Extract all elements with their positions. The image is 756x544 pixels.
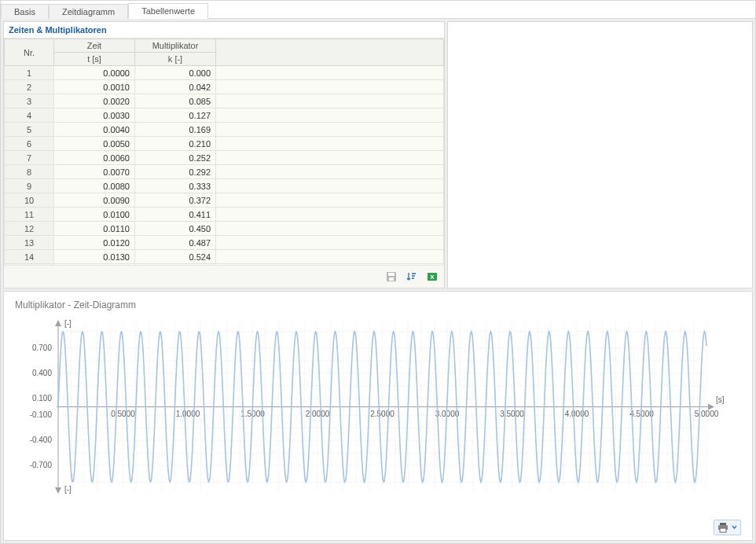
cell-spacer — [216, 80, 444, 94]
svg-text:0.5000: 0.5000 — [111, 410, 135, 418]
cell-time[interactable]: 0.0070 — [54, 165, 135, 179]
cell-mult[interactable]: 0.333 — [135, 179, 216, 193]
cell-spacer — [216, 236, 444, 250]
table-row[interactable]: 50.00400.169 — [5, 123, 444, 137]
table-row[interactable]: 10.00000.000 — [5, 66, 444, 80]
svg-text:3.5000: 3.5000 — [500, 410, 524, 418]
svg-rect-2 — [389, 278, 394, 281]
svg-rect-1 — [388, 273, 395, 276]
print-button[interactable] — [714, 520, 741, 535]
cell-mult[interactable]: 0.524 — [135, 250, 216, 264]
cell-mult[interactable]: 0.411 — [135, 208, 216, 222]
tab-basis[interactable]: Basis — [1, 4, 49, 19]
svg-text:0.100: 0.100 — [32, 394, 52, 402]
cell-nr[interactable]: 6 — [5, 137, 54, 151]
table-footer: X — [4, 265, 444, 288]
table-row[interactable]: 40.00300.127 — [5, 108, 444, 123]
svg-text:0.400: 0.400 — [32, 369, 52, 377]
cell-time[interactable]: 0.0000 — [54, 66, 135, 80]
cell-time[interactable]: 0.0080 — [54, 179, 135, 193]
cell-mult[interactable]: 0.085 — [135, 94, 216, 108]
table-row[interactable]: 100.00900.372 — [5, 193, 444, 208]
cell-nr[interactable]: 4 — [5, 108, 54, 123]
cell-time[interactable]: 0.0050 — [54, 137, 135, 151]
data-grid[interactable]: Nr. Zeit Multiplikator t [s] k [-] 10.00… — [4, 39, 444, 265]
table-row[interactable]: 130.01200.487 — [5, 236, 444, 250]
cell-nr[interactable]: 7 — [5, 151, 54, 165]
cell-spacer — [216, 222, 444, 236]
col-header-nr[interactable]: Nr. — [5, 39, 54, 66]
save-icon[interactable] — [383, 268, 400, 285]
cell-nr[interactable]: 1 — [5, 66, 54, 80]
svg-text:0.700: 0.700 — [32, 344, 52, 352]
cell-nr[interactable]: 12 — [5, 222, 54, 236]
cell-mult[interactable]: 0.000 — [135, 66, 216, 80]
svg-text:1.0000: 1.0000 — [176, 410, 200, 418]
chart-panel: Multiplikator - Zeit-Diagramm 0.7000.400… — [3, 291, 753, 541]
cell-time[interactable]: 0.0090 — [54, 193, 135, 208]
cell-spacer — [216, 165, 444, 179]
cell-spacer — [216, 94, 444, 108]
table-title: Zeiten & Multiplikatoren — [4, 22, 444, 39]
cell-time[interactable]: 0.0120 — [54, 236, 135, 250]
cell-time[interactable]: 0.0020 — [54, 94, 135, 108]
cell-spacer — [216, 179, 444, 193]
sort-icon[interactable] — [403, 268, 420, 285]
cell-spacer — [216, 193, 444, 208]
cell-nr[interactable]: 13 — [5, 236, 54, 250]
table-row[interactable]: 120.01100.450 — [5, 222, 444, 236]
tab-tabellenwerte[interactable]: Tabellenwerte — [128, 3, 208, 19]
cell-spacer — [216, 108, 444, 123]
chart-area[interactable]: 0.7000.4000.100-0.100-0.400-0.7000.50001… — [15, 315, 741, 518]
table-row[interactable]: 20.00100.042 — [5, 80, 444, 94]
cell-mult[interactable]: 0.169 — [135, 123, 216, 137]
table-panel: Zeiten & Multiplikatoren Nr. Zeit Multip… — [3, 21, 445, 289]
export-excel-icon[interactable]: X — [424, 268, 441, 285]
svg-text:[s]: [s] — [716, 395, 725, 404]
cell-nr[interactable]: 3 — [5, 94, 54, 108]
table-row[interactable]: 140.01300.524 — [5, 250, 444, 264]
cell-mult[interactable]: 0.127 — [135, 108, 216, 123]
cell-mult[interactable]: 0.210 — [135, 137, 216, 151]
svg-text:4.0000: 4.0000 — [565, 410, 589, 418]
table-row[interactable]: 70.00600.252 — [5, 151, 444, 165]
cell-time[interactable]: 0.0110 — [54, 222, 135, 236]
cell-spacer — [216, 250, 444, 264]
table-row[interactable]: 30.00200.085 — [5, 94, 444, 108]
cell-time[interactable]: 0.0030 — [54, 108, 135, 123]
cell-time[interactable]: 0.0040 — [54, 123, 135, 137]
cell-nr[interactable]: 2 — [5, 80, 54, 94]
cell-time[interactable]: 0.0100 — [54, 208, 135, 222]
cell-spacer — [216, 123, 444, 137]
cell-nr[interactable]: 8 — [5, 165, 54, 179]
cell-nr[interactable]: 11 — [5, 208, 54, 222]
cell-time[interactable]: 0.0060 — [54, 151, 135, 165]
cell-nr[interactable]: 9 — [5, 179, 54, 193]
tab-bar: Basis Zeitdiagramm Tabellenwerte — [1, 1, 755, 19]
cell-mult[interactable]: 0.042 — [135, 80, 216, 94]
col-header-mult[interactable]: Multiplikator — [135, 39, 216, 53]
chevron-down-icon — [732, 522, 737, 533]
cell-nr[interactable]: 14 — [5, 250, 54, 264]
table-row[interactable]: 110.01000.411 — [5, 208, 444, 222]
cell-nr[interactable]: 5 — [5, 123, 54, 137]
table-row[interactable]: 90.00800.333 — [5, 179, 444, 193]
tab-zeitdiagramm[interactable]: Zeitdiagramm — [49, 4, 128, 19]
cell-mult[interactable]: 0.252 — [135, 151, 216, 165]
cell-spacer — [216, 66, 444, 80]
cell-mult[interactable]: 0.372 — [135, 193, 216, 208]
cell-mult[interactable]: 0.487 — [135, 236, 216, 250]
svg-rect-90 — [720, 528, 726, 532]
table-row[interactable]: 80.00700.292 — [5, 165, 444, 179]
cell-mult[interactable]: 0.292 — [135, 165, 216, 179]
cell-time[interactable]: 0.0130 — [54, 250, 135, 264]
cell-time[interactable]: 0.0010 — [54, 80, 135, 94]
svg-text:-0.700: -0.700 — [30, 461, 53, 469]
table-row[interactable]: 60.00500.210 — [5, 137, 444, 151]
col-sub-mult: k [-] — [135, 53, 216, 66]
cell-nr[interactable]: 10 — [5, 193, 54, 208]
col-header-zeit[interactable]: Zeit — [54, 39, 135, 53]
chart-title: Multiplikator - Zeit-Diagramm — [15, 300, 741, 311]
cell-mult[interactable]: 0.450 — [135, 222, 216, 236]
col-header-spacer — [216, 39, 444, 66]
